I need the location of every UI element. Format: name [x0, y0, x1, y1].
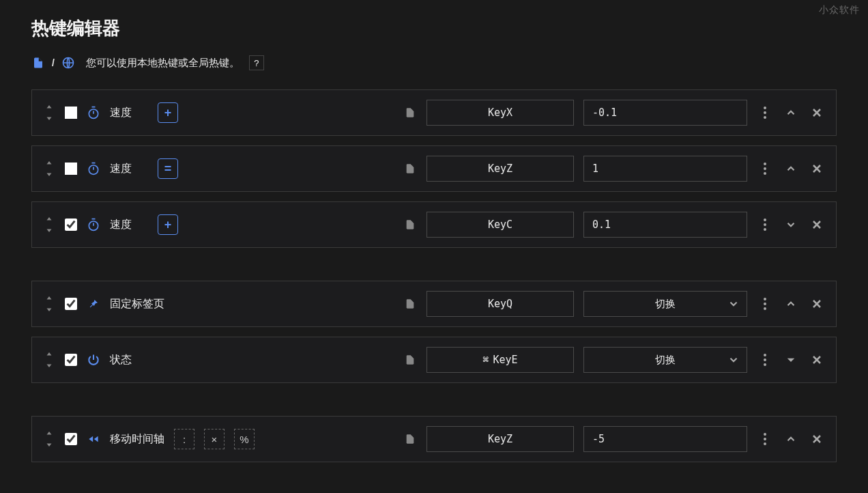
tag-button[interactable]: %: [234, 429, 255, 449]
more-button[interactable]: [757, 216, 773, 233]
pin-icon: [87, 297, 100, 311]
help-button[interactable]: ?: [249, 55, 264, 70]
tag-button[interactable]: ×: [204, 429, 225, 449]
enable-checkbox[interactable]: [65, 433, 77, 445]
expand-button[interactable]: [783, 352, 799, 368]
scope-icon: [405, 107, 416, 118]
hotkey-row: 速度 = KeyZ: [31, 145, 837, 192]
watermark-text: 小众软件: [819, 4, 860, 16]
info-text: 您可以使用本地热键或全局热键。: [86, 57, 240, 70]
drag-handle[interactable]: [43, 103, 55, 122]
drag-handle[interactable]: [43, 159, 55, 178]
drag-handle[interactable]: [43, 294, 55, 313]
value-input[interactable]: [583, 156, 747, 182]
stopwatch-icon: [87, 106, 100, 119]
separator: /: [52, 57, 55, 68]
row-label: 速度: [110, 106, 148, 120]
operator-button[interactable]: =: [158, 158, 178, 179]
delete-button[interactable]: [809, 352, 825, 368]
value-input[interactable]: [583, 100, 747, 126]
enable-checkbox[interactable]: [65, 298, 77, 310]
value-input[interactable]: [583, 212, 747, 238]
hotkey-rows: 速度 + KeyX 速度 = KeyZ 速度 + KeyC: [31, 89, 837, 462]
key-input[interactable]: KeyC: [426, 212, 574, 238]
scope-icon: [405, 434, 416, 445]
more-button[interactable]: [757, 160, 773, 177]
row-label: 固定标签页: [110, 297, 164, 311]
operator-button[interactable]: +: [158, 214, 178, 235]
more-button[interactable]: [757, 104, 773, 121]
hotkey-row: 速度 + KeyC: [31, 201, 837, 248]
value-input[interactable]: [583, 426, 747, 452]
mode-select[interactable]: 切换: [583, 347, 747, 373]
svg-point-3: [89, 221, 98, 230]
hotkey-row: 固定标签页 KeyQ 切换: [31, 281, 837, 327]
stopwatch-icon: [87, 218, 100, 231]
row-label: 移动时间轴: [110, 432, 164, 447]
hotkey-row: 速度 + KeyX: [31, 89, 837, 136]
delete-button[interactable]: [809, 216, 825, 233]
rewind-icon: [87, 432, 100, 446]
key-input[interactable]: KeyZ: [426, 426, 574, 452]
expand-button[interactable]: [783, 104, 799, 121]
delete-button[interactable]: [809, 296, 825, 312]
tag-button[interactable]: :: [174, 429, 194, 449]
key-input[interactable]: KeyQ: [426, 291, 574, 317]
enable-checkbox[interactable]: [65, 163, 77, 175]
stopwatch-icon: [87, 162, 100, 175]
info-row: / 您可以使用本地热键或全局热键。 ?: [31, 55, 837, 70]
enable-checkbox[interactable]: [65, 107, 77, 119]
more-button[interactable]: [757, 431, 773, 447]
key-input[interactable]: ⌘KeyE: [426, 347, 574, 373]
expand-button[interactable]: [783, 216, 799, 233]
enable-checkbox[interactable]: [65, 219, 77, 231]
row-label: 状态: [110, 353, 132, 367]
expand-button[interactable]: [783, 160, 799, 177]
row-label: 速度: [110, 218, 148, 232]
drag-handle[interactable]: [43, 215, 55, 234]
more-button[interactable]: [757, 352, 773, 368]
drag-handle[interactable]: [43, 429, 55, 449]
expand-button[interactable]: [783, 296, 799, 312]
delete-button[interactable]: [809, 160, 825, 177]
enable-checkbox[interactable]: [65, 354, 77, 366]
scope-icon: [405, 354, 416, 365]
globe-icon: [61, 56, 75, 70]
more-button[interactable]: [757, 296, 773, 312]
scope-icon: [405, 219, 416, 230]
power-icon: [87, 353, 100, 367]
mode-select[interactable]: 切换: [583, 291, 747, 317]
row-label: 速度: [110, 162, 148, 176]
scope-icon: [405, 163, 416, 174]
drag-handle[interactable]: [43, 350, 55, 369]
page-title: 热键编辑器: [31, 16, 837, 40]
expand-button[interactable]: [783, 431, 799, 447]
file-icon: [31, 56, 45, 70]
hotkey-editor-panel: 热键编辑器 / 您可以使用本地热键或全局热键。 ? 速度 + KeyX 速度 =: [0, 0, 868, 479]
hotkey-row: 移动时间轴:×% KeyZ: [31, 416, 837, 462]
delete-button[interactable]: [809, 104, 825, 121]
scope-icon: [405, 298, 416, 309]
operator-button[interactable]: +: [158, 102, 178, 123]
hotkey-row: 状态 ⌘KeyE 切换: [31, 337, 837, 383]
delete-button[interactable]: [809, 431, 825, 447]
key-input[interactable]: KeyZ: [426, 156, 574, 182]
key-input[interactable]: KeyX: [426, 100, 574, 126]
